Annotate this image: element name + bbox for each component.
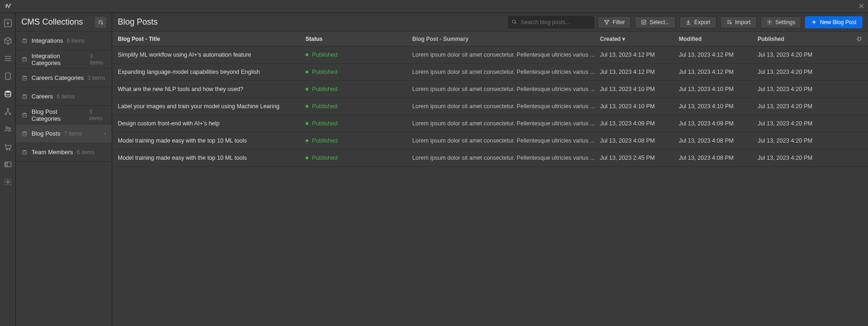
collection-name: Blog Post Categories <box>32 108 85 122</box>
main-title: Blog Posts <box>118 17 158 27</box>
cart-icon[interactable] <box>2 141 13 152</box>
export-label: Export <box>694 19 710 26</box>
left-rail <box>0 13 16 326</box>
cell-summary: Lorem ipsum dolor sit amet consectetur. … <box>412 103 600 110</box>
collection-item[interactable]: Integrations6 items <box>16 32 112 50</box>
svg-rect-1 <box>5 73 10 79</box>
cell-published: Jul 13, 2023 4:20 PM <box>758 103 862 110</box>
svg-point-6 <box>6 127 8 129</box>
table-row[interactable]: What are the new NLP tools and how they … <box>112 81 868 98</box>
cell-created: Jul 13, 2023 4:12 PM <box>600 52 679 58</box>
collection-item[interactable]: Integration Categories3 items <box>16 50 112 69</box>
svg-point-9 <box>9 149 10 150</box>
new-blog-post-button[interactable]: New Blog Post <box>805 16 862 28</box>
table-body: Simplify ML workflow using AI+'s automat… <box>112 46 868 167</box>
close-icon[interactable]: ✕ <box>858 2 864 11</box>
collection-item[interactable]: Careers Categories3 items <box>16 69 112 87</box>
collection-count: 6 items <box>77 149 95 156</box>
users-icon[interactable] <box>2 124 13 135</box>
collection-count: 3 items <box>89 53 106 66</box>
table-row[interactable]: Label your images and train your model u… <box>112 98 868 115</box>
collection-item[interactable]: Blog Post Categories3 items <box>16 106 112 124</box>
table-row[interactable]: Model training made easy with the top 10… <box>112 150 868 167</box>
svg-point-19 <box>23 150 26 151</box>
cell-status: Published <box>306 120 412 127</box>
collection-count: 7 items <box>64 130 82 137</box>
svg-rect-11 <box>6 163 7 166</box>
cell-summary: Lorem ipsum dolor sit amet consectetur. … <box>412 120 600 127</box>
filter-label: Filter <box>613 19 625 26</box>
cell-title: Expanding language-model capabilities be… <box>118 69 306 75</box>
cell-created: Jul 13, 2023 4:10 PM <box>600 86 679 92</box>
sort-desc-icon: ▾ <box>622 36 625 42</box>
cell-modified: Jul 13, 2023 4:10 PM <box>679 86 758 92</box>
svg-point-13 <box>23 39 26 40</box>
box-icon[interactable] <box>2 35 13 46</box>
layers-icon[interactable] <box>2 53 13 64</box>
cell-title: Label your images and train your model u… <box>118 103 306 110</box>
cell-status: Published <box>306 52 412 58</box>
new-label: New Blog Post <box>820 19 856 26</box>
cell-modified: Jul 13, 2023 4:12 PM <box>679 52 758 58</box>
cms-icon[interactable] <box>2 88 13 99</box>
cell-published: Jul 13, 2023 4:20 PM <box>758 86 862 92</box>
cell-summary: Lorem ipsum dolor sit amet consectetur. … <box>412 155 600 161</box>
table-row[interactable]: Model training made easy with the top 10… <box>112 132 868 150</box>
export-button[interactable]: Export <box>679 16 716 28</box>
cell-title: Design custom front-end with AI+'s help <box>118 120 306 127</box>
cell-published: Jul 13, 2023 4:20 PM <box>758 69 862 75</box>
collection-item[interactable]: Careers6 items <box>16 87 112 106</box>
select-label: Select... <box>650 19 670 26</box>
cell-published: Jul 13, 2023 4:20 PM <box>758 120 862 127</box>
col-header-summary[interactable]: Blog Post - Summary <box>412 36 600 42</box>
pin-icon[interactable] <box>856 36 862 42</box>
col-header-published[interactable]: Published <box>758 36 856 42</box>
collection-item[interactable]: Blog Posts7 items› <box>16 124 112 143</box>
svg-point-22 <box>769 21 770 23</box>
logic-icon[interactable] <box>2 106 13 117</box>
settings-button[interactable]: Settings <box>760 16 801 28</box>
svg-point-2 <box>5 91 11 93</box>
col-header-modified[interactable]: Modified <box>679 36 758 42</box>
status-dot-icon <box>306 105 308 108</box>
database-icon <box>21 112 28 118</box>
webflow-logo-icon <box>4 2 12 11</box>
filter-button[interactable]: Filter <box>598 16 631 28</box>
assets-icon[interactable] <box>2 159 13 170</box>
settings-label: Settings <box>775 19 795 26</box>
search-input[interactable] <box>508 16 594 28</box>
add-icon[interactable] <box>2 18 13 29</box>
collection-name: Integration Categories <box>32 52 86 66</box>
svg-point-4 <box>5 113 6 115</box>
import-button[interactable]: Import <box>720 16 757 28</box>
svg-point-14 <box>23 57 26 59</box>
collections-panel: CMS Collections Integrations6 itemsInteg… <box>16 13 112 326</box>
gear-icon[interactable] <box>2 176 13 188</box>
cell-modified: Jul 13, 2023 4:10 PM <box>679 103 758 110</box>
table-row[interactable]: Simplify ML workflow using AI+'s automat… <box>112 46 868 64</box>
cell-title: Simplify ML workflow using AI+'s automat… <box>118 52 306 58</box>
sort-button[interactable] <box>95 17 106 28</box>
cell-modified: Jul 13, 2023 4:12 PM <box>679 69 758 75</box>
cell-created: Jul 13, 2023 2:45 PM <box>600 155 679 161</box>
cell-summary: Lorem ipsum dolor sit amet consectetur. … <box>412 137 600 144</box>
collection-item[interactable]: Team Members6 items <box>16 143 112 162</box>
cell-title: What are the new NLP tools and how they … <box>118 86 306 92</box>
page-icon[interactable] <box>2 71 13 82</box>
database-icon <box>21 38 28 44</box>
col-header-created[interactable]: Created ▾ <box>600 36 679 42</box>
search-wrap <box>508 16 594 28</box>
status-dot-icon <box>306 71 308 73</box>
table-row[interactable]: Expanding language-model capabilities be… <box>112 64 868 81</box>
svg-point-18 <box>23 131 26 133</box>
collections-header: CMS Collections <box>16 13 112 32</box>
top-bar: ✕ <box>0 0 868 13</box>
table-row[interactable]: Design custom front-end with AI+'s helpP… <box>112 115 868 132</box>
svg-point-5 <box>9 113 11 115</box>
svg-point-8 <box>6 149 7 150</box>
col-header-status[interactable]: Status <box>306 36 412 42</box>
collection-name: Team Members <box>32 149 73 156</box>
col-header-title[interactable]: Blog Post - Title <box>118 36 306 42</box>
select-button[interactable]: Select... <box>635 16 676 28</box>
cell-status: Published <box>306 155 412 161</box>
